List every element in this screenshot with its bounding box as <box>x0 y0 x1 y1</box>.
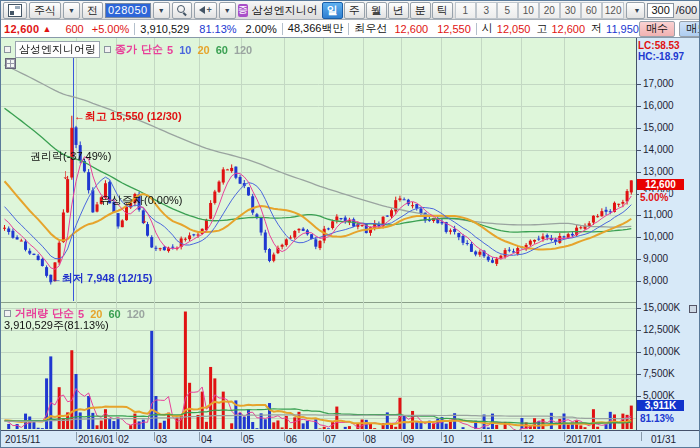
price-tick-label: 13,000 <box>643 166 674 177</box>
open-price: 12,050 <box>497 23 531 35</box>
chart-title: 삼성엔지니어링 <box>15 41 100 58</box>
ma-legend-120: 120 <box>127 308 145 320</box>
price-tick <box>637 84 641 85</box>
screen-layout-icon <box>8 4 22 17</box>
open-label: 시 <box>482 21 493 36</box>
search-button[interactable] <box>172 2 192 19</box>
best-quote-label: 최우선 <box>354 21 387 36</box>
tickcount-button-5[interactable]: 5 <box>497 2 518 19</box>
period-button-월[interactable]: 월 <box>366 2 387 19</box>
tickcount-button-60[interactable]: 60 <box>581 2 602 19</box>
date-label: 08 <box>365 434 376 445</box>
price-tick <box>637 172 641 173</box>
prev-stock-button[interactable]: 전 <box>82 2 103 19</box>
best-bid: 12,600 <box>394 23 428 35</box>
tickcount-button-1[interactable]: 1 <box>455 2 476 19</box>
collapse-icon[interactable] <box>689 305 697 313</box>
date-separator <box>323 432 324 441</box>
chevron-down-icon: ▼ <box>224 7 231 14</box>
interval-select[interactable]: ▼ <box>626 2 645 19</box>
date-label: 11 <box>483 434 493 445</box>
date-label: 10 <box>443 434 454 445</box>
current-price-box: 12,600 <box>637 179 684 190</box>
stock-code-input[interactable]: 028050 <box>105 3 151 18</box>
link-button[interactable]: + <box>194 2 217 19</box>
tickcount-button-120[interactable]: 120 <box>602 2 625 19</box>
sell-button[interactable]: 매도 <box>679 21 700 37</box>
volume-tick <box>637 396 641 397</box>
legend-toggle[interactable] <box>104 46 111 53</box>
price-tick-label: 10,000 <box>643 231 674 242</box>
price-tick <box>637 106 641 107</box>
price-tick <box>637 215 641 216</box>
last-date-label: 01/31 <box>651 434 676 445</box>
date-separator <box>76 432 77 441</box>
divider <box>282 23 283 35</box>
price-tick-label: 17,000 <box>643 78 674 89</box>
price-change: 600 <box>65 23 83 35</box>
date-separator <box>564 432 565 441</box>
date-separator <box>441 432 442 441</box>
volume-tick-label: 7,500K <box>643 368 675 379</box>
period-button-틱[interactable]: 틱 <box>432 2 453 19</box>
date-label: 04 <box>201 434 212 445</box>
price-legend-type: 단순 <box>141 42 163 57</box>
divider <box>476 23 477 35</box>
period-button-년[interactable]: 년 <box>388 2 409 19</box>
tickcount-button-10[interactable]: 10 <box>518 2 539 19</box>
event-down-arrow-icon: ↓ <box>141 211 148 225</box>
volume-tick <box>637 352 641 353</box>
date-label: 07 <box>325 434 336 445</box>
price-tick-label: 11,000 <box>643 209 673 220</box>
price-legend: 삼성엔지니어링 종가 단순 5102060120 <box>4 41 252 58</box>
chart-canvas[interactable] <box>1 38 636 430</box>
stock-name-label: 삼성엔지니어 <box>250 3 320 18</box>
price-change-pct: +5.00% <box>92 23 130 35</box>
link-icon <box>199 6 205 14</box>
tick-count-group: 13510203060120 <box>455 2 625 19</box>
screen-layout-button[interactable] <box>3 2 27 19</box>
tickcount-button-20[interactable]: 20 <box>539 2 560 19</box>
buy-button[interactable]: 매수 <box>639 21 675 37</box>
volume-summary: 3,910,529주(81.13%) <box>4 318 109 333</box>
grid-tool-icon[interactable] <box>5 58 16 69</box>
volume-ratio: 81.13% <box>199 23 236 35</box>
date-separator <box>363 432 364 441</box>
ma-legend-20: 20 <box>197 44 209 56</box>
event-down-arrow-icon: ↓ <box>62 167 69 181</box>
date-label: 03 <box>156 434 167 445</box>
plus-glyph: + <box>207 6 212 15</box>
tickcount-button-3[interactable]: 3 <box>476 2 497 19</box>
price-tick <box>637 281 641 282</box>
period-button-주[interactable]: 주 <box>344 2 365 19</box>
trade-value: 48,366백만 <box>288 21 344 36</box>
link-dropdown[interactable]: ▼ <box>219 2 236 19</box>
bar-count-input[interactable]: 300 <box>647 3 673 18</box>
price-tick <box>637 237 641 238</box>
date-separator <box>154 432 155 441</box>
asset-type-select[interactable]: 주식 <box>29 2 61 19</box>
search-icon <box>177 5 187 15</box>
date-separator <box>284 432 285 441</box>
date-separator <box>116 432 117 441</box>
period-button-분[interactable]: 분 <box>410 2 431 19</box>
chevron-down-icon: ▼ <box>158 7 165 14</box>
tickcount-button-30[interactable]: 30 <box>560 2 581 19</box>
legend-toggle[interactable] <box>4 310 11 317</box>
date-label: 2015/11 <box>5 434 40 445</box>
bar-max-label: /600 <box>676 4 697 16</box>
date-separator <box>481 432 482 441</box>
price-tick <box>637 150 641 151</box>
period-button-일[interactable]: 일 <box>322 2 343 19</box>
chevron-down-icon: ▼ <box>633 7 640 14</box>
price-ma-list: 5102060120 <box>167 44 252 56</box>
asset-type-dropdown[interactable]: ▼ <box>63 2 80 19</box>
price-legend-name: 종가 <box>115 42 137 57</box>
lc-value: LC:58.53 <box>638 40 680 51</box>
hc-value: HC:-18.97 <box>638 51 684 62</box>
trading-app-window: 주식 ▼ 전 028050 ▼ + ▼ 증 삼성엔지니어 일주월년분틱 1351… <box>0 0 700 448</box>
low-label: 저 <box>591 21 602 36</box>
legend-toggle[interactable] <box>4 46 11 53</box>
code-dropdown[interactable]: ▼ <box>153 2 170 19</box>
price-tick-label: 9,000 <box>643 253 668 264</box>
